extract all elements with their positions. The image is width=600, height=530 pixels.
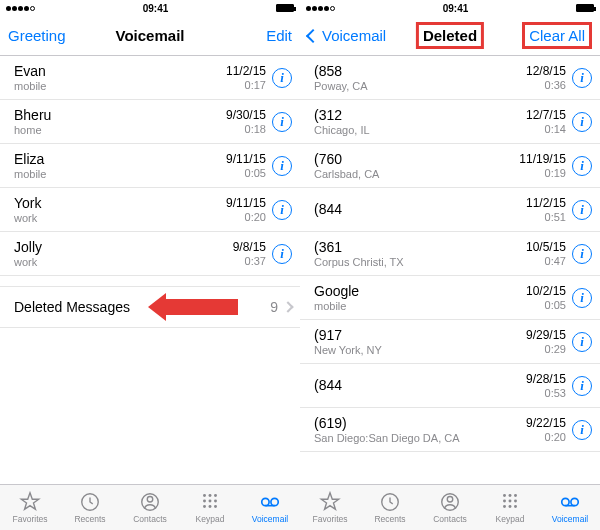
status-bar: 09:41	[0, 0, 300, 16]
voicemail-row[interactable]: Elizamobile 9/11/150:05 i	[0, 144, 300, 188]
tab-bar: Favorites Recents Contacts Keypad Voicem…	[0, 484, 300, 530]
info-icon[interactable]: i	[572, 112, 592, 132]
tab-recents[interactable]: Recents	[360, 485, 420, 530]
tab-keypad[interactable]: Keypad	[480, 485, 540, 530]
voicemail-row[interactable]: (361Corpus Christi, TX10/5/150:47i	[300, 232, 600, 276]
clock-icon	[79, 491, 101, 513]
info-icon[interactable]: i	[272, 112, 292, 132]
voicemail-row[interactable]: (312Chicago, IL12/7/150:14i	[300, 100, 600, 144]
caller-sub: mobile	[14, 80, 226, 92]
voicemail-row[interactable]: Yorkwork 9/11/150:20 i	[0, 188, 300, 232]
tab-voicemail[interactable]: Voicemail	[540, 485, 600, 530]
info-icon[interactable]: i	[572, 156, 592, 176]
svg-point-3	[203, 494, 206, 497]
nav-bar: Voicemail Deleted Clear All	[300, 16, 600, 56]
tab-favorites[interactable]: Favorites	[0, 485, 60, 530]
voicemail-row[interactable]: (858Poway, CA12/8/150:36i	[300, 56, 600, 100]
star-icon	[319, 491, 341, 513]
voicemail-row[interactable]: Evanmobile 11/2/150:17 i	[0, 56, 300, 100]
deleted-messages-row[interactable]: Deleted Messages 9	[0, 286, 300, 328]
keypad-icon	[499, 491, 521, 513]
info-icon[interactable]: i	[572, 288, 592, 308]
tab-favorites[interactable]: Favorites	[300, 485, 360, 530]
info-icon[interactable]: i	[272, 244, 292, 264]
nav-bar: Greeting Voicemail Edit	[0, 16, 300, 56]
svg-point-2	[147, 497, 153, 503]
svg-point-21	[509, 500, 512, 503]
person-icon	[139, 491, 161, 513]
svg-point-12	[262, 498, 269, 505]
voicemail-icon	[559, 491, 581, 513]
clear-all-button[interactable]: Clear All	[522, 22, 592, 49]
svg-point-16	[447, 497, 453, 503]
signal-dots-icon	[306, 6, 335, 11]
phone-voicemail: 09:41 Greeting Voicemail Edit Evanmobile…	[0, 0, 300, 530]
svg-point-27	[571, 498, 578, 505]
keypad-icon	[199, 491, 221, 513]
info-icon[interactable]: i	[572, 68, 592, 88]
svg-point-11	[214, 505, 217, 508]
deleted-list[interactable]: (858Poway, CA12/8/150:36i (312Chicago, I…	[300, 56, 600, 484]
status-time: 09:41	[143, 3, 169, 14]
info-icon[interactable]: i	[572, 376, 592, 396]
back-button[interactable]: Voicemail	[308, 27, 386, 44]
deleted-count: 9	[270, 299, 278, 315]
tab-voicemail[interactable]: Voicemail	[240, 485, 300, 530]
svg-point-7	[209, 500, 212, 503]
deleted-label: Deleted Messages	[14, 299, 270, 315]
svg-point-22	[514, 500, 517, 503]
svg-point-8	[214, 500, 217, 503]
svg-point-25	[514, 505, 517, 508]
chevron-right-icon	[282, 301, 293, 312]
info-icon[interactable]: i	[272, 200, 292, 220]
voicemail-row[interactable]: (619)San Diego:San Diego DA, CA9/22/150:…	[300, 408, 600, 452]
tab-bar: Favorites Recents Contacts Keypad Voicem…	[300, 484, 600, 530]
battery-icon	[576, 4, 594, 12]
edit-button[interactable]: Edit	[222, 27, 292, 44]
svg-point-9	[203, 505, 206, 508]
tab-contacts[interactable]: Contacts	[420, 485, 480, 530]
clock-icon	[379, 491, 401, 513]
voicemail-row[interactable]: (917New York, NY9/29/150:29i	[300, 320, 600, 364]
info-icon[interactable]: i	[572, 420, 592, 440]
signal-dots-icon	[6, 6, 35, 11]
voicemail-row[interactable]: Bheruhome 9/30/150:18 i	[0, 100, 300, 144]
page-title: Voicemail	[116, 27, 185, 44]
svg-point-17	[503, 494, 506, 497]
phone-deleted: 09:41 Voicemail Deleted Clear All (858Po…	[300, 0, 600, 530]
svg-point-10	[209, 505, 212, 508]
greeting-button[interactable]: Greeting	[8, 27, 78, 44]
svg-point-18	[509, 494, 512, 497]
voicemail-row[interactable]: Jollywork 9/8/150:37 i	[0, 232, 300, 276]
svg-point-24	[509, 505, 512, 508]
voicemail-list[interactable]: Evanmobile 11/2/150:17 i Bheruhome 9/30/…	[0, 56, 300, 484]
info-icon[interactable]: i	[272, 156, 292, 176]
info-icon[interactable]: i	[572, 332, 592, 352]
tab-contacts[interactable]: Contacts	[120, 485, 180, 530]
chevron-left-icon	[306, 28, 320, 42]
status-bar: 09:41	[300, 0, 600, 16]
svg-point-26	[562, 498, 569, 505]
svg-point-4	[209, 494, 212, 497]
svg-point-5	[214, 494, 217, 497]
battery-icon	[276, 4, 294, 12]
svg-point-20	[503, 500, 506, 503]
info-icon[interactable]: i	[572, 200, 592, 220]
voicemail-row[interactable]: (760Carlsbad, CA11/19/150:19i	[300, 144, 600, 188]
svg-point-23	[503, 505, 506, 508]
svg-point-6	[203, 500, 206, 503]
page-title: Deleted	[416, 22, 484, 49]
tab-keypad[interactable]: Keypad	[180, 485, 240, 530]
voicemail-row[interactable]: Googlemobile10/2/150:05i	[300, 276, 600, 320]
caller-name: Evan	[14, 63, 226, 79]
voicemail-row[interactable]: (8449/28/150:53i	[300, 364, 600, 408]
vm-duration: 0:17	[226, 79, 266, 91]
svg-point-13	[271, 498, 278, 505]
info-icon[interactable]: i	[572, 244, 592, 264]
person-icon	[439, 491, 461, 513]
tab-recents[interactable]: Recents	[60, 485, 120, 530]
voicemail-icon	[259, 491, 281, 513]
voicemail-row[interactable]: (84411/2/150:51i	[300, 188, 600, 232]
info-icon[interactable]: i	[272, 68, 292, 88]
status-time: 09:41	[443, 3, 469, 14]
